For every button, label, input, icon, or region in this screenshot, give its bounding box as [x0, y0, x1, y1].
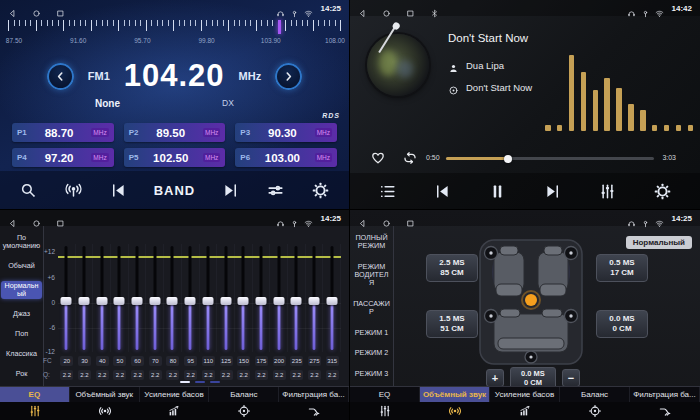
- delay-rear-left-button[interactable]: 1.5 MS 51 CM: [426, 310, 478, 338]
- home-icon[interactable]: [32, 214, 41, 223]
- tab-icon-cell[interactable]: [279, 402, 349, 420]
- preset-button-p2[interactable]: P289.50MHz: [124, 123, 226, 142]
- mode-5[interactable]: РЕЖИМ 2: [351, 348, 392, 358]
- page-indicator[interactable]: [58, 381, 341, 383]
- eq-slider-handle[interactable]: [185, 297, 196, 305]
- back-icon[interactable]: [358, 4, 367, 13]
- eq-slider-handle[interactable]: [273, 297, 284, 305]
- tab-surround[interactable]: Объёмный звук: [70, 387, 140, 402]
- recents-icon[interactable]: [406, 214, 415, 223]
- previous-icon[interactable]: [433, 182, 452, 201]
- eq-slider-handle[interactable]: [291, 297, 302, 305]
- preset-button-p5[interactable]: P5102.50MHz: [124, 148, 226, 167]
- tab-bass-boost[interactable]: Усиление басов: [140, 387, 210, 402]
- preset-button-p4[interactable]: P497.20MHz: [12, 148, 114, 167]
- search-icon[interactable]: [19, 181, 38, 200]
- mode-3[interactable]: ПАССАЖИР: [351, 299, 392, 318]
- tab-filter[interactable]: Фильтрация ба...: [279, 387, 349, 402]
- playlist-icon[interactable]: [378, 182, 397, 201]
- eq-sliders-icon[interactable]: [378, 404, 392, 418]
- eq-slider-handle[interactable]: [238, 297, 249, 305]
- balance-icon[interactable]: [588, 404, 602, 418]
- eq-slider-handle[interactable]: [149, 297, 160, 305]
- eq-slider-handle[interactable]: [202, 297, 213, 305]
- recents-icon[interactable]: [56, 214, 65, 223]
- repeat-icon[interactable]: [402, 150, 418, 166]
- tune-down-button[interactable]: [47, 63, 74, 90]
- settings-icon[interactable]: [653, 182, 672, 201]
- equalizer-icon[interactable]: [598, 182, 617, 201]
- eq-slider-handle[interactable]: [308, 297, 319, 305]
- filter-icon[interactable]: [658, 404, 672, 418]
- eq-slider-handle[interactable]: [220, 297, 231, 305]
- favorite-icon[interactable]: [370, 150, 386, 166]
- page-dot[interactable]: [195, 381, 205, 383]
- tab-balance[interactable]: Баланс: [560, 387, 630, 402]
- eq-sliders-icon[interactable]: [28, 404, 42, 418]
- filter-icon[interactable]: [307, 404, 321, 418]
- page-dot-active[interactable]: [180, 381, 190, 383]
- home-icon[interactable]: [382, 214, 391, 223]
- eq-slider-handle[interactable]: [79, 297, 90, 305]
- pause-icon[interactable]: [488, 182, 507, 201]
- preset-button-p6[interactable]: P6103.00MHz: [235, 148, 337, 167]
- tab-icon-cell[interactable]: [420, 402, 490, 420]
- tab-bass-boost[interactable]: Усиление басов: [490, 387, 560, 402]
- next-icon[interactable]: [221, 181, 240, 200]
- tab-icon-cell[interactable]: [490, 402, 560, 420]
- eq-slider-handle[interactable]: [96, 297, 107, 305]
- eq-slider-handle[interactable]: [132, 297, 143, 305]
- tab-eq-sliders[interactable]: EQ: [350, 387, 420, 402]
- home-icon[interactable]: [382, 4, 391, 13]
- surround-icon[interactable]: [448, 404, 462, 418]
- mode-6[interactable]: РЕЖИМ 3: [351, 369, 392, 379]
- page-dot[interactable]: [210, 381, 220, 383]
- bass-boost-icon[interactable]: [167, 404, 181, 418]
- band-button[interactable]: BAND: [154, 183, 196, 198]
- tab-icon-cell[interactable]: [209, 402, 279, 420]
- recents-icon[interactable]: [56, 4, 65, 13]
- recents-icon[interactable]: [406, 4, 415, 13]
- delay-minus-button[interactable]: −: [562, 369, 580, 387]
- eq-slider-handle[interactable]: [255, 297, 266, 305]
- tab-icon-cell[interactable]: [0, 402, 70, 420]
- previous-icon[interactable]: [109, 181, 128, 200]
- preset-scan-icon[interactable]: [64, 181, 83, 200]
- seek-bar-thumb[interactable]: [504, 155, 512, 163]
- back-icon[interactable]: [358, 214, 367, 223]
- back-icon[interactable]: [8, 214, 17, 223]
- delay-front-right-button[interactable]: 0.5 MS 17 CM: [596, 254, 648, 282]
- eq-preset-3[interactable]: Нормальный: [1, 281, 42, 300]
- eq-preset-1[interactable]: По умолчанию: [1, 233, 42, 252]
- mode-2[interactable]: РЕЖИМ ВОДИТЕЛЯ: [351, 262, 392, 289]
- delay-front-left-button[interactable]: 2.5 MS 85 CM: [426, 254, 478, 282]
- eq-slider-handle[interactable]: [61, 297, 72, 305]
- preset-button-p1[interactable]: P188.70MHz: [12, 123, 114, 142]
- surround-icon[interactable]: [98, 404, 112, 418]
- eq-slider-handle[interactable]: [326, 297, 337, 305]
- tab-icon-cell[interactable]: [140, 402, 210, 420]
- tab-balance[interactable]: Баланс: [209, 387, 279, 402]
- tab-filter[interactable]: Фильтрация ба...: [630, 387, 700, 402]
- frequency-ruler[interactable]: [8, 20, 341, 36]
- delay-rear-right-button[interactable]: 0.0 MS 0 CM: [596, 310, 648, 338]
- tab-icon-cell[interactable]: [630, 402, 700, 420]
- tune-up-button[interactable]: [275, 63, 302, 90]
- eq-preset-7[interactable]: Рок: [1, 369, 42, 379]
- tab-icon-cell[interactable]: [70, 402, 140, 420]
- bass-boost-icon[interactable]: [518, 404, 532, 418]
- mode-4[interactable]: РЕЖИМ 1: [351, 328, 392, 338]
- eq-preset-5[interactable]: Поп: [1, 329, 42, 339]
- home-icon[interactable]: [32, 4, 41, 13]
- tab-icon-cell[interactable]: [350, 402, 420, 420]
- tab-surround[interactable]: Объёмный звук: [420, 387, 490, 402]
- settings-icon[interactable]: [311, 181, 330, 200]
- tab-eq-sliders[interactable]: EQ: [0, 387, 70, 402]
- eq-preset-4[interactable]: Джаз: [1, 309, 42, 319]
- next-icon[interactable]: [543, 182, 562, 201]
- eq-slider-handle[interactable]: [167, 297, 178, 305]
- tuner-eq-icon[interactable]: [266, 181, 285, 200]
- back-icon[interactable]: [8, 4, 17, 13]
- seek-bar[interactable]: [446, 157, 654, 160]
- eq-preset-6[interactable]: Классика: [1, 349, 42, 359]
